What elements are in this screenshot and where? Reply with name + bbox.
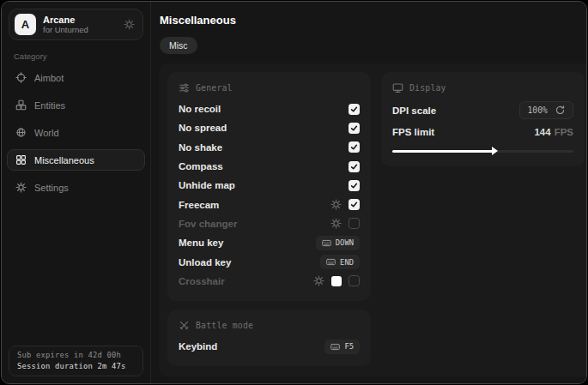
sliders-icon <box>179 82 190 93</box>
keybind-button[interactable]: DOWN <box>316 236 360 250</box>
setting-label: Compass <box>179 161 223 171</box>
sidebar-item-label: Settings <box>34 183 69 193</box>
checkbox[interactable] <box>349 275 360 286</box>
sidebar-item-label: World <box>34 128 59 138</box>
fps-limit-label: FPS limit <box>392 127 434 137</box>
keyboard-icon <box>326 257 336 267</box>
setting-label: No recoil <box>179 104 221 114</box>
sidebar-item-miscellaneous[interactable]: Miscellaneous <box>7 149 145 171</box>
swords-icon <box>179 320 190 331</box>
session-duration-text: Session duration 2m 47s <box>17 362 135 370</box>
battle-rows: KeybindF5 <box>179 337 360 356</box>
main-area: Miscellaneous Misc General No recoilNo s… <box>151 2 587 383</box>
checkbox[interactable] <box>349 161 360 172</box>
row-controls: DOWN <box>316 236 360 250</box>
app-subtitle: for Unturned <box>43 25 88 34</box>
checkbox[interactable] <box>349 104 360 115</box>
battle-mode-card: Battle mode KeybindF5 <box>167 310 371 366</box>
row-controls <box>313 275 360 286</box>
cubes-icon <box>15 99 27 111</box>
checkbox[interactable] <box>349 141 360 153</box>
setting-row-menu-key: Menu keyDOWN <box>179 233 360 252</box>
battle-card-header: Battle mode <box>179 320 360 331</box>
category-label: Category <box>14 51 138 61</box>
sidebar-item-world[interactable]: World <box>7 122 145 143</box>
row-controls <box>349 141 360 153</box>
checkbox[interactable] <box>349 180 360 191</box>
setting-label: No shake <box>179 142 222 153</box>
dpi-scale-selector[interactable]: 100% <box>519 101 573 119</box>
setting-row-no-recoil: No recoil <box>179 99 360 118</box>
setting-label: Unload key <box>179 257 231 268</box>
general-card: General No recoilNo spreadNo shakeCompas… <box>167 72 371 301</box>
app-header-card: A Arcane for Unturned <box>9 9 143 40</box>
row-controls <box>330 218 360 229</box>
fps-limit-slider[interactable] <box>392 147 573 156</box>
keybind-button[interactable]: F5 <box>324 340 360 354</box>
general-card-header: General <box>179 82 360 93</box>
dpi-scale-row: DPI scale 100% <box>392 99 573 121</box>
color-swatch[interactable] <box>331 276 342 286</box>
checkbox[interactable] <box>349 123 360 134</box>
setting-row-unload-key: Unload keyEND <box>179 252 360 271</box>
gear-icon <box>15 182 27 193</box>
keybind-button[interactable]: END <box>320 255 360 269</box>
setting-label: Crosshair <box>179 276 225 286</box>
checkbox[interactable] <box>349 218 360 229</box>
setting-row-no-shake: No shake <box>179 138 360 157</box>
sidebar-item-label: Entities <box>34 100 65 111</box>
row-controls: F5 <box>324 340 360 354</box>
sidebar-item-label: Miscellaneous <box>34 155 94 165</box>
row-controls <box>349 123 360 134</box>
setting-label: Keybind <box>179 341 217 352</box>
subscription-status-card: Sub expires in 42d 00h Session duration … <box>9 346 143 376</box>
setting-row-freecam: Freecam <box>179 195 360 214</box>
setting-row-keybind: KeybindF5 <box>179 337 360 356</box>
setting-row-compass: Compass <box>179 157 360 176</box>
row-controls <box>349 104 360 115</box>
setting-label: Unhide map <box>179 180 235 190</box>
grid-icon <box>15 154 27 165</box>
display-card: Display DPI scale 100% FPS limit 144FPS <box>381 72 585 166</box>
setting-label: Menu key <box>179 238 223 248</box>
app-logo: A <box>15 14 36 35</box>
app-title-block: Arcane for Unturned <box>43 15 88 34</box>
gear-icon[interactable] <box>330 199 342 210</box>
tab-misc[interactable]: Misc <box>160 37 197 54</box>
sidebar-item-entities[interactable]: Entities <box>7 94 145 116</box>
setting-row-fov-changer: Fov changer <box>179 214 360 233</box>
sidebar-nav: AimbotEntitiesWorldMiscellaneousSettings <box>2 67 150 198</box>
row-controls <box>349 161 360 172</box>
content-panel: General No recoilNo spreadNo shakeCompas… <box>159 63 587 376</box>
right-column: Display DPI scale 100% FPS limit 144FPS <box>381 72 585 166</box>
gear-icon[interactable] <box>330 218 342 229</box>
row-controls <box>349 180 360 191</box>
setting-row-crosshair: Crosshair <box>179 272 360 291</box>
crosshair-icon <box>15 72 27 83</box>
fps-unit: FPS <box>555 127 573 137</box>
sub-expiry-text: Sub expires in 42d 00h <box>17 351 135 359</box>
checkbox[interactable] <box>349 199 360 210</box>
sidebar-item-aimbot[interactable]: Aimbot <box>7 67 145 88</box>
sidebar-item-settings[interactable]: Settings <box>7 177 145 198</box>
keyboard-icon <box>330 342 340 352</box>
fps-number: 144 <box>534 127 550 137</box>
gear-icon[interactable] <box>124 19 135 30</box>
row-controls <box>330 199 360 210</box>
page-title: Miscellaneous <box>160 14 587 27</box>
app-name: Arcane <box>43 15 88 25</box>
setting-row-no-spread: No spread <box>179 118 360 137</box>
sidebar-item-label: Aimbot <box>34 73 64 83</box>
tabbar: Misc <box>160 37 587 54</box>
refresh-icon[interactable] <box>555 105 566 116</box>
row-controls: END <box>320 255 360 269</box>
general-rows: No recoilNo spreadNo shakeCompassUnhide … <box>179 99 360 291</box>
setting-label: Fov changer <box>179 219 237 229</box>
gear-icon[interactable] <box>313 275 324 286</box>
keyboard-icon <box>322 238 331 248</box>
globe-icon <box>15 127 27 138</box>
fps-limit-row: FPS limit 144FPS <box>392 121 573 142</box>
slider-thumb[interactable] <box>492 147 498 155</box>
display-card-header: Display <box>392 82 573 93</box>
fps-limit-value: 144FPS <box>534 127 573 137</box>
